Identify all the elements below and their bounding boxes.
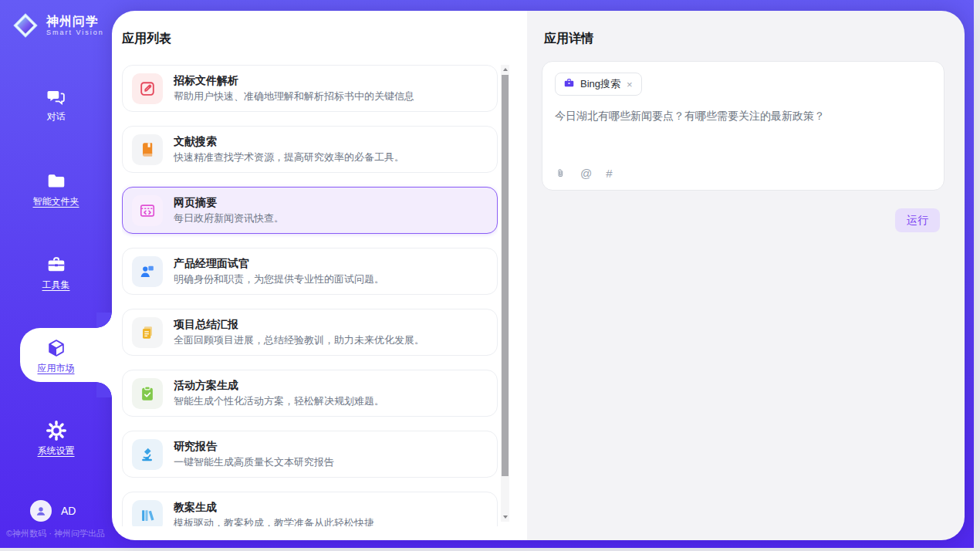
briefcase-icon xyxy=(563,77,575,92)
cube-icon xyxy=(46,338,66,358)
prompt-card: Bing搜索 × 今日湖北有哪些新闻要点？有哪些需要关注的最新政策？ @# xyxy=(542,61,945,191)
content-area: 应用列表 招标文件解析 帮助用户快速、准确地理解和解析招标书中的关键信息 文献搜… xyxy=(112,11,965,540)
app-item-title: 活动方案生成 xyxy=(174,379,384,392)
interviewer-icon xyxy=(132,256,163,287)
hash-icon[interactable]: # xyxy=(606,167,612,180)
user-account-button[interactable]: AD xyxy=(30,500,76,522)
clipboard-check-icon xyxy=(132,378,163,409)
scrollbar[interactable] xyxy=(501,65,509,522)
app-item-title: 项目总结汇报 xyxy=(174,318,424,331)
app-item-desc: 全面回顾项目进展，总结经验教训，助力未来优化发展。 xyxy=(174,333,424,346)
app-list-item[interactable]: 网页摘要 每日政府新闻资讯快查。 xyxy=(122,187,498,234)
tool-chip-bing-search[interactable]: Bing搜索 × xyxy=(555,73,642,96)
prompt-input[interactable]: 今日湖北有哪些新闻要点？有哪些需要关注的最新政策？ xyxy=(555,108,931,123)
app-item-title: 网页摘要 xyxy=(174,196,284,209)
app-item-desc: 明确身份和职责，为您提供专业性的面试问题。 xyxy=(174,272,384,286)
app-window: 神州问学 Smart Vision 对话 智能文件夹 工具集 应用市场 系统设置 xyxy=(0,0,980,551)
scroll-down-arrow-icon[interactable] xyxy=(501,512,509,522)
prompt-toolbar: @# xyxy=(555,167,613,180)
browser-code-icon xyxy=(132,195,163,226)
app-item-title: 教案生成 xyxy=(174,501,374,514)
sidebar-item-label: 应用市场 xyxy=(38,362,75,375)
app-list-item[interactable]: 教案生成 模板驱动，教案秒成，教学准备从此轻松快捷 xyxy=(122,492,498,526)
sidebar-item-smart-folders[interactable]: 智能文件夹 xyxy=(0,171,112,208)
app-item-title: 文献搜索 xyxy=(174,135,404,148)
app-item-desc: 每日政府新闻资讯快查。 xyxy=(174,211,284,225)
sidebar-item-settings[interactable]: 系统设置 xyxy=(0,421,112,458)
app-item-desc: 智能生成个性化活动方案，轻松解决规划难题。 xyxy=(174,394,384,407)
sidebar: 神州问学 Smart Vision 对话 智能文件夹 工具集 应用市场 系统设置 xyxy=(0,0,112,548)
app-item-title: 招标文件解析 xyxy=(174,74,414,87)
tool-chip-label: Bing搜索 xyxy=(580,77,620,91)
app-item-desc: 帮助用户快速、准确地理解和解析招标书中的关键信息 xyxy=(174,90,414,103)
sidebar-item-app-market[interactable]: 应用市场 xyxy=(0,338,112,375)
sidebar-item-label: 系统设置 xyxy=(38,445,75,458)
microscope-icon xyxy=(132,439,163,470)
sidebar-item-toolkit[interactable]: 工具集 xyxy=(0,255,112,292)
sidebar-item-chat[interactable]: 对话 xyxy=(0,86,112,123)
app-list-title: 应用列表 xyxy=(122,31,171,47)
app-list-item[interactable]: 项目总结汇报 全面回顾项目进展，总结经验教训，助力未来优化发展。 xyxy=(122,309,498,356)
sidebar-item-label: 对话 xyxy=(47,110,66,123)
sidebar-item-label: 智能文件夹 xyxy=(33,195,79,208)
chip-close-icon[interactable]: × xyxy=(626,79,634,90)
at-icon[interactable]: @ xyxy=(580,167,592,180)
app-item-desc: 快速精准查找学术资源，提高研究效率的必备工具。 xyxy=(174,150,404,164)
user-initials: AD xyxy=(61,505,76,517)
app-list-item[interactable]: 产品经理面试官 明确身份和职责，为您提供专业性的面试问题。 xyxy=(122,248,498,295)
copyright-text: ©神州数码 · 神州问学出品 xyxy=(6,528,105,539)
books-icon xyxy=(132,500,163,527)
sidebar-item-label: 工具集 xyxy=(42,279,70,292)
paperclip-icon[interactable] xyxy=(555,167,566,179)
diamond-logo-icon xyxy=(11,11,40,40)
folder-icon xyxy=(46,171,66,191)
app-item-title: 产品经理面试官 xyxy=(174,257,384,270)
app-list-panel: 应用列表 招标文件解析 帮助用户快速、准确地理解和解析招标书中的关键信息 文献搜… xyxy=(112,11,527,540)
app-list-item[interactable]: 招标文件解析 帮助用户快速、准确地理解和解析招标书中的关键信息 xyxy=(122,65,498,112)
brand-logo: 神州问学 Smart Vision xyxy=(11,11,104,40)
brand-subtitle: Smart Vision xyxy=(46,29,104,37)
brand-name: 神州问学 xyxy=(46,15,104,29)
toolbox-icon xyxy=(46,255,66,275)
edit-square-icon xyxy=(132,73,163,104)
app-list-item[interactable]: 活动方案生成 智能生成个性化活动方案，轻松解决规划难题。 xyxy=(122,370,498,417)
documents-icon xyxy=(132,317,163,348)
app-detail-panel: 应用详情 Bing搜索 × 今日湖北有哪些新闻要点？有哪些需要关注的最新政策？ … xyxy=(527,11,965,540)
app-detail-title: 应用详情 xyxy=(544,31,593,47)
chat-icon xyxy=(46,86,66,106)
gear-icon xyxy=(46,421,66,441)
app-item-desc: 一键智能生成高质量长文本研究报告 xyxy=(174,455,334,468)
app-item-desc: 模板驱动，教案秒成，教学准备从此轻松快捷 xyxy=(174,516,374,526)
scrollbar-thumb[interactable] xyxy=(502,75,509,476)
person-icon xyxy=(34,504,48,518)
book-icon xyxy=(132,134,163,165)
app-item-title: 研究报告 xyxy=(174,440,334,453)
app-frame: 神州问学 Smart Vision 对话 智能文件夹 工具集 应用市场 系统设置 xyxy=(0,0,974,548)
run-button[interactable]: 运行 xyxy=(895,208,940,232)
app-list-item[interactable]: 文献搜索 快速精准查找学术资源，提高研究效率的必备工具。 xyxy=(122,126,498,173)
app-list-item[interactable]: 研究报告 一键智能生成高质量长文本研究报告 xyxy=(122,431,498,478)
avatar[interactable] xyxy=(30,500,52,522)
app-list: 招标文件解析 帮助用户快速、准确地理解和解析招标书中的关键信息 文献搜索 快速精… xyxy=(122,65,498,526)
scroll-up-arrow-icon[interactable] xyxy=(501,65,509,74)
